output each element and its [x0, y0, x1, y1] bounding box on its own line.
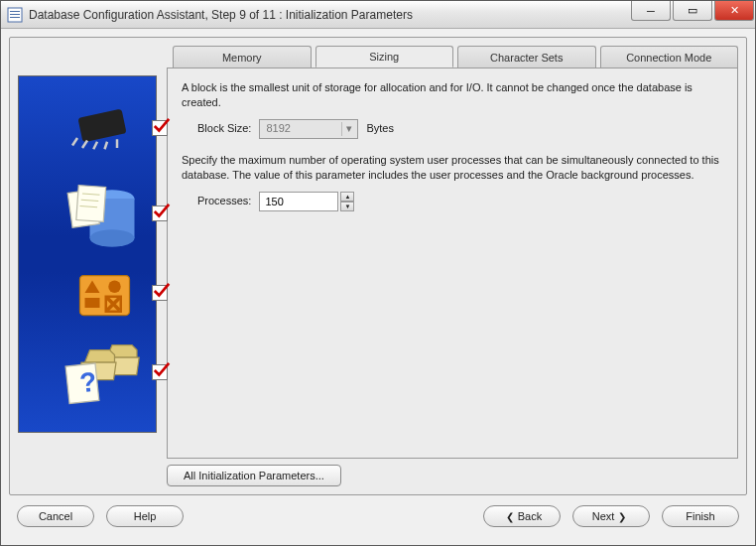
- all-init-params-button[interactable]: All Initialization Parameters...: [167, 465, 341, 486]
- all-params-row: All Initialization Parameters...: [167, 465, 738, 486]
- back-arrow-icon: ❮: [506, 511, 514, 522]
- svg-rect-1: [10, 11, 20, 12]
- block-size-description: A block is the smallest unit of storage …: [182, 80, 723, 111]
- right-column: Memory Sizing Character Sets Connection …: [167, 46, 738, 486]
- sidebar-step-4: ?: [63, 342, 168, 402]
- back-button[interactable]: ❮Back: [483, 505, 561, 527]
- window-controls: ─ ▭ ✕: [631, 1, 755, 28]
- processes-spinner: ▲ ▼: [259, 192, 354, 211]
- app-window: Database Configuration Assistant, Step 9…: [0, 0, 756, 546]
- checkmark-icon: [152, 205, 168, 221]
- close-button[interactable]: ✕: [714, 1, 754, 21]
- help-folder-icon: ?: [63, 342, 142, 402]
- maximize-button[interactable]: ▭: [673, 1, 712, 21]
- svg-text:?: ?: [78, 366, 98, 399]
- svg-rect-3: [10, 17, 20, 18]
- help-button[interactable]: Help: [106, 505, 184, 527]
- svg-line-8: [105, 142, 108, 150]
- sidebar-step-2: [63, 184, 168, 243]
- processes-label: Processes:: [197, 194, 251, 208]
- block-size-row: Block Size: 8192 ▾ Bytes: [197, 119, 723, 139]
- window-title: Database Configuration Assistant, Step 9…: [29, 8, 631, 22]
- content-outer: ? Memory Sizing Character Sets Connectio…: [1, 29, 755, 545]
- chevron-down-icon: ▾: [341, 122, 355, 136]
- work-row: ? Memory Sizing Character Sets Connectio…: [18, 46, 738, 486]
- svg-point-12: [90, 229, 135, 247]
- titlebar: Database Configuration Assistant, Step 9…: [1, 1, 755, 29]
- processes-description: Specify the maximum number of operating …: [182, 153, 723, 184]
- svg-line-7: [93, 142, 97, 150]
- svg-line-6: [82, 141, 87, 149]
- content-panel: ? Memory Sizing Character Sets Connectio…: [9, 37, 747, 495]
- files-icon: [63, 184, 142, 243]
- tab-body-sizing: A block is the smallest unit of storage …: [167, 68, 738, 459]
- svg-rect-14: [76, 186, 106, 222]
- svg-rect-4: [77, 109, 126, 143]
- sidebar-step-3: [63, 263, 168, 323]
- block-size-unit: Bytes: [366, 121, 394, 136]
- svg-rect-21: [85, 298, 100, 308]
- block-size-dropdown[interactable]: 8192 ▾: [259, 119, 358, 139]
- cancel-button[interactable]: Cancel: [17, 505, 94, 527]
- app-icon: [7, 7, 23, 23]
- svg-point-20: [108, 281, 121, 294]
- processes-input[interactable]: [259, 192, 338, 211]
- processes-row: Processes: ▲ ▼: [197, 192, 723, 211]
- svg-line-5: [72, 138, 77, 146]
- next-arrow-icon: ❯: [618, 511, 626, 522]
- shapes-icon: [63, 263, 142, 323]
- spinner-up-button[interactable]: ▲: [340, 192, 354, 202]
- minimize-button[interactable]: ─: [631, 1, 671, 21]
- footer-buttons: Cancel Help ❮Back Next❯ Finish: [9, 495, 747, 537]
- tab-character-sets[interactable]: Character Sets: [457, 46, 596, 68]
- finish-button[interactable]: Finish: [662, 505, 739, 527]
- tab-bar: Memory Sizing Character Sets Connection …: [167, 46, 738, 68]
- svg-rect-2: [10, 14, 20, 15]
- spinner-down-button[interactable]: ▼: [340, 202, 354, 211]
- sidebar-step-1: [63, 98, 168, 158]
- block-size-label: Block Size:: [197, 121, 251, 136]
- block-size-value: 8192: [266, 121, 290, 136]
- checkmark-icon: [152, 364, 168, 380]
- tab-sizing[interactable]: Sizing: [315, 46, 454, 68]
- checkmark-icon: [152, 285, 168, 301]
- checkmark-icon: [152, 120, 168, 136]
- tab-connection-mode[interactable]: Connection Mode: [600, 46, 739, 68]
- chip-icon: [63, 98, 142, 158]
- tab-memory[interactable]: Memory: [173, 46, 312, 68]
- wizard-sidebar: ?: [18, 75, 157, 433]
- next-button[interactable]: Next❯: [572, 505, 650, 527]
